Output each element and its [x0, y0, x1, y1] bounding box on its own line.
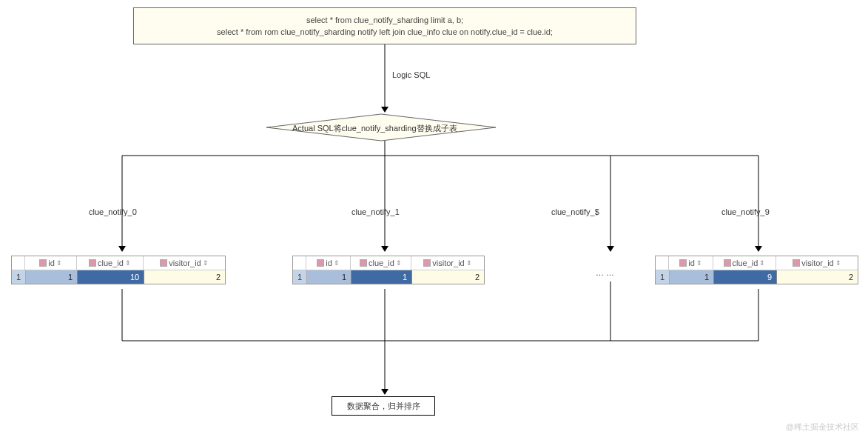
flow-lines: [0, 0, 868, 440]
sort-icon: ⇕: [835, 259, 841, 267]
table-clue-notify-9: id⇕ clue_id⇕ visitor_id⇕ 1 1 9 2: [655, 256, 858, 284]
sort-icon: ⇕: [125, 259, 131, 267]
sort-icon: ⇕: [759, 259, 765, 267]
rownum: 1: [293, 270, 307, 284]
col-visitor-id: visitor_id: [169, 259, 201, 267]
column-icon: [360, 259, 367, 267]
rownum: 1: [12, 270, 26, 284]
column-icon: [679, 259, 687, 267]
column-icon: [423, 259, 431, 267]
diamond-label: Actual SQL将clue_notify_sharding替换成子表: [292, 123, 457, 134]
col-id: id: [688, 259, 695, 267]
svg-marker-12: [755, 246, 762, 252]
cell-id: 1: [670, 270, 714, 284]
rownum: 1: [656, 270, 670, 284]
branch-label-9: clue_notify_9: [721, 207, 770, 216]
sql-line-2: select * from rom clue_notify_sharding n…: [217, 26, 553, 39]
cell-visitor-id: 2: [777, 270, 858, 284]
table-row: 1 1 1 2: [293, 270, 484, 284]
cell-id: 1: [307, 270, 351, 284]
cell-clue-id: 1: [351, 270, 412, 284]
col-clue-id: clue_id: [369, 259, 394, 267]
svg-marker-19: [381, 389, 388, 395]
column-icon: [39, 259, 47, 267]
col-clue-id: clue_id: [98, 259, 124, 267]
table-row: 1 1 10 2: [12, 270, 225, 284]
sort-icon: ⇕: [696, 259, 702, 267]
col-id: id: [326, 259, 332, 267]
col-visitor-id: visitor_id: [801, 259, 833, 267]
sort-icon: ⇕: [466, 259, 472, 267]
watermark: @稀土掘金技术社区: [786, 421, 859, 433]
branch-label-1: clue_notify_1: [351, 207, 400, 216]
sql-line-1: select * from clue_notify_sharding limit…: [306, 14, 463, 27]
column-icon: [160, 259, 167, 267]
svg-marker-8: [381, 246, 388, 252]
sql-source-box: select * from clue_notify_sharding limit…: [133, 7, 636, 44]
cell-clue-id: 10: [78, 270, 144, 284]
sort-icon: ⇕: [203, 259, 209, 267]
col-clue-id: clue_id: [733, 259, 758, 267]
column-icon: [724, 259, 731, 267]
table-clue-notify-1: id⇕ clue_id⇕ visitor_id⇕ 1 1 1 2: [292, 256, 485, 284]
column-icon: [89, 259, 96, 267]
cell-id: 1: [26, 270, 78, 284]
cell-visitor-id: 2: [144, 270, 225, 284]
cell-visitor-id: 2: [412, 270, 484, 284]
cell-clue-id: 9: [714, 270, 777, 284]
branch-label-dollar: clue_notify_$: [551, 207, 599, 216]
logic-sql-label: Logic SQL: [392, 70, 430, 79]
col-visitor-id: visitor_id: [432, 259, 464, 267]
table-header: id⇕ clue_id⇕ visitor_id⇕: [293, 256, 484, 270]
table-clue-notify-0: id⇕ clue_id⇕ visitor_id⇕ 1 1 10 2: [11, 256, 226, 284]
sort-icon: ⇕: [56, 259, 62, 267]
table-header: id⇕ clue_id⇕ visitor_id⇕: [656, 256, 858, 270]
sort-icon: ⇕: [396, 259, 402, 267]
svg-marker-6: [118, 246, 126, 252]
branch-label-0: clue_notify_0: [89, 207, 137, 216]
ellipsis: … …: [596, 268, 614, 277]
sort-icon: ⇕: [334, 259, 340, 267]
column-icon: [317, 259, 324, 267]
table-header: id⇕ clue_id⇕ visitor_id⇕: [12, 256, 225, 270]
table-row: 1 1 9 2: [656, 270, 858, 284]
final-aggregate-box: 数据聚合，归并排序: [332, 396, 435, 416]
col-id: id: [48, 259, 55, 267]
column-icon: [793, 259, 800, 267]
svg-marker-10: [607, 246, 614, 252]
svg-marker-1: [381, 107, 388, 113]
